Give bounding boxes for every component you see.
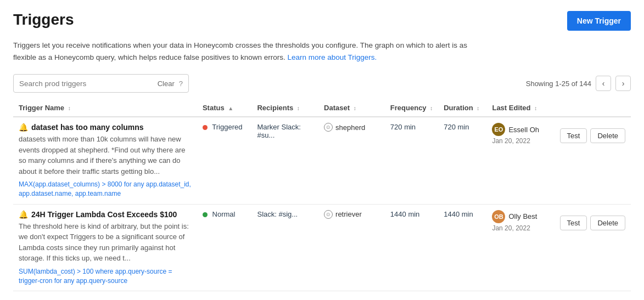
trigger-frequency-cell: 1440 min <box>385 204 438 291</box>
trigger-title[interactable]: 24H Trigger Lambda Cost Exceeds $100 <box>31 210 177 219</box>
avatar: OB <box>492 210 505 223</box>
trigger-last-edited-cell: EO Essell Oh Jan 20, 2022 <box>486 117 554 204</box>
pagination-info: Showing 1-25 of 144 ‹ › <box>526 76 631 91</box>
table-row: 🔔 dataset has too many columns datasets … <box>13 117 631 204</box>
editor-name: Olly Best <box>508 212 537 220</box>
trigger-name: 🔔 24H Trigger Lambda Cost Exceeds $100 <box>19 210 192 219</box>
duration-value: 720 min <box>444 123 469 131</box>
clear-button[interactable]: Clear <box>155 80 177 88</box>
prev-page-button[interactable]: ‹ <box>596 76 611 91</box>
sort-icon-status: ▲ <box>228 105 233 111</box>
trigger-frequency-cell: 720 min <box>385 117 438 204</box>
frequency-value: 1440 min <box>390 210 419 218</box>
sort-icon-dataset: ↕ <box>354 105 356 111</box>
trigger-description: datasets with more than 10k columns will… <box>19 134 192 177</box>
last-edited-info: OB Olly Best Jan 20, 2022 <box>492 210 548 232</box>
page-description: Triggers let you receive notifications w… <box>13 39 480 63</box>
duration-value: 1440 min <box>444 210 473 218</box>
avatar: EO <box>492 123 505 136</box>
col-header-name[interactable]: Trigger Name ↕ <box>13 99 197 117</box>
trigger-recipients-cell: Slack: #sig... <box>251 204 318 291</box>
search-wrapper: Clear ? <box>13 74 189 93</box>
status-label: Normal <box>212 210 236 218</box>
trigger-status-cell: Normal <box>197 204 252 291</box>
actions-cell: Test Delete <box>560 123 625 143</box>
trigger-title[interactable]: dataset has too many columns <box>31 123 144 132</box>
recipients-value: Marker Slack: #su... <box>257 123 300 139</box>
col-header-recipients[interactable]: Recipients ↕ <box>251 99 318 117</box>
trigger-name: 🔔 dataset has too many columns <box>19 123 192 132</box>
triggers-table: Trigger Name ↕ Status ▲ Recipients ↕ Dat… <box>13 99 631 291</box>
dataset-label[interactable]: shepherd <box>335 123 365 132</box>
dataset-icon: ⊙ <box>324 123 333 132</box>
last-edited-row: OB Olly Best <box>492 210 548 223</box>
sort-icon-name: ↕ <box>68 105 71 111</box>
status-badge: Triggered <box>203 123 243 131</box>
sort-icon-last-edited: ↕ <box>534 105 537 111</box>
pagination-text: Showing 1-25 of 144 <box>526 80 591 88</box>
help-icon[interactable]: ? <box>179 80 183 88</box>
trigger-duration-cell: 1440 min <box>438 204 486 291</box>
last-edited-info: EO Essell Oh Jan 20, 2022 <box>492 123 548 145</box>
trigger-actions-cell: Test Delete <box>555 204 631 291</box>
trigger-duration-cell: 720 min <box>438 117 486 204</box>
status-dot <box>203 212 208 217</box>
col-header-status[interactable]: Status ▲ <box>197 99 252 117</box>
trigger-last-edited-cell: OB Olly Best Jan 20, 2022 <box>486 204 554 291</box>
dataset-name: ⊙ shepherd <box>324 123 379 132</box>
sort-icon-recipients: ↕ <box>297 105 300 111</box>
col-header-duration[interactable]: Duration ↕ <box>438 99 486 117</box>
dataset-label[interactable]: retriever <box>335 210 362 218</box>
trigger-description: The threshold here is kind of arbitrary,… <box>19 221 192 264</box>
sort-icon-duration: ↕ <box>477 105 479 111</box>
dataset-name: ⊙ retriever <box>324 210 379 219</box>
trigger-dataset-cell: ⊙ retriever <box>318 204 385 291</box>
delete-button[interactable]: Delete <box>590 216 625 230</box>
trigger-actions-cell: Test Delete <box>555 117 631 204</box>
col-header-actions <box>555 99 631 117</box>
actions-cell: Test Delete <box>560 210 625 230</box>
next-page-button[interactable]: › <box>615 76 631 91</box>
test-button[interactable]: Test <box>560 128 587 143</box>
status-label: Triggered <box>212 123 242 131</box>
recipients-value: Slack: #sig... <box>257 210 298 218</box>
dataset-icon: ⊙ <box>324 210 333 219</box>
col-header-last-edited[interactable]: Last Edited ↕ <box>486 99 554 117</box>
trigger-recipients-cell: Marker Slack: #su... <box>251 117 318 204</box>
toolbar: Clear ? Showing 1-25 of 144 ‹ › <box>13 74 631 93</box>
learn-more-link[interactable]: Learn more about Triggers. <box>288 53 377 61</box>
trigger-name-cell: 🔔 24H Trigger Lambda Cost Exceeds $100 T… <box>13 204 197 291</box>
trigger-status-cell: Triggered <box>197 117 252 204</box>
frequency-value: 720 min <box>390 123 416 131</box>
status-badge: Normal <box>203 210 236 218</box>
table-row: 🔔 24H Trigger Lambda Cost Exceeds $100 T… <box>13 204 631 291</box>
editor-date: Jan 20, 2022 <box>492 137 548 145</box>
editor-date: Jan 20, 2022 <box>492 224 548 232</box>
last-edited-row: EO Essell Oh <box>492 123 548 136</box>
test-button[interactable]: Test <box>560 216 587 230</box>
bell-icon: 🔔 <box>19 210 28 219</box>
trigger-name-cell: 🔔 dataset has too many columns datasets … <box>13 117 197 204</box>
trigger-query[interactable]: SUM(lambda_cost) > 100 where app.query-s… <box>19 267 192 286</box>
sort-icon-frequency: ↕ <box>430 105 433 111</box>
new-trigger-button[interactable]: New Trigger <box>567 11 631 31</box>
delete-button[interactable]: Delete <box>590 128 625 143</box>
editor-name: Essell Oh <box>508 126 539 134</box>
col-header-frequency[interactable]: Frequency ↕ <box>385 99 438 117</box>
search-input[interactable] <box>19 80 155 88</box>
page-title: Triggers <box>13 11 74 29</box>
bell-icon: 🔔 <box>19 123 28 132</box>
col-header-dataset[interactable]: Dataset ↕ <box>318 99 385 117</box>
trigger-query[interactable]: MAX(app.dataset_columns) > 8000 for any … <box>19 180 192 199</box>
table-header-row: Trigger Name ↕ Status ▲ Recipients ↕ Dat… <box>13 99 631 117</box>
status-dot <box>203 125 208 130</box>
trigger-dataset-cell: ⊙ shepherd <box>318 117 385 204</box>
